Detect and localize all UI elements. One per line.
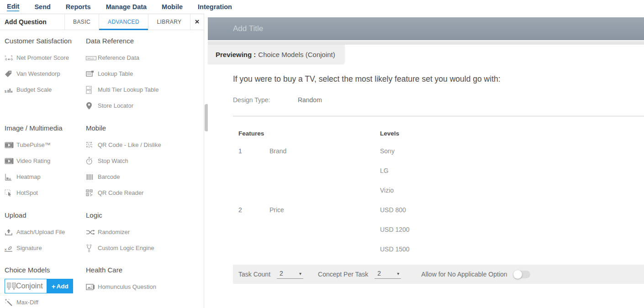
item-video-rating[interactable]: Video Rating bbox=[5, 153, 82, 169]
tab-library[interactable]: LIBRARY bbox=[148, 14, 190, 30]
close-icon[interactable]: × bbox=[190, 14, 204, 30]
toggle-knob bbox=[513, 270, 522, 279]
feature-name: Brand bbox=[269, 147, 380, 155]
item-max-diff[interactable]: Max-Diff bbox=[5, 294, 82, 308]
multi-tier-lookup-icon bbox=[86, 86, 98, 94]
panel-header: Add Question BASIC ADVANCED LIBRARY × bbox=[0, 14, 204, 30]
feature-number: 2 bbox=[233, 206, 269, 214]
item-attach-upload-file[interactable]: Attach/Upload File bbox=[5, 224, 82, 240]
no-applicable-option-label: Allow for No Applicable Option bbox=[421, 271, 507, 278]
item-label: Max-Diff bbox=[16, 299, 38, 306]
level-value: Vizio bbox=[380, 187, 644, 206]
reference-data-icon: 94122 bbox=[86, 55, 98, 61]
nav-send[interactable]: Send bbox=[34, 3, 50, 10]
video-film-icon bbox=[5, 158, 16, 164]
concept-per-task-select[interactable]: 2 ▾ bbox=[375, 270, 401, 279]
section-image-multimedia: Image / Multimedia TubePulse™ Video Rati… bbox=[5, 124, 82, 201]
svg-text:5: 5 bbox=[11, 55, 13, 57]
item-label: Store Locator bbox=[98, 102, 133, 109]
shuffle-icon bbox=[86, 229, 98, 235]
video-film-icon bbox=[5, 142, 16, 148]
item-barcode[interactable]: Barcode bbox=[86, 169, 200, 185]
table-row: 2 Price USD 800 USD 1200 USD 1500 bbox=[233, 206, 644, 265]
panel-title: Add Question bbox=[0, 14, 64, 30]
item-tubepulse[interactable]: TubePulse™ bbox=[5, 137, 82, 153]
item-hotspot[interactable]: HotSpot bbox=[5, 185, 82, 201]
features-levels-table: Features Levels 1 Brand Sony LG Vizio 2 … bbox=[233, 130, 644, 265]
item-label: Van Westendorp bbox=[16, 70, 60, 77]
feature-number: 1 bbox=[233, 147, 269, 155]
titlebar-divider bbox=[208, 41, 644, 45]
section-health-care: Health Care Homunculus Question bbox=[86, 266, 200, 295]
lookup-table-icon bbox=[86, 70, 98, 78]
item-label: Randomizer bbox=[98, 229, 130, 235]
item-label: Barcode bbox=[98, 173, 120, 180]
price-tag-icon bbox=[5, 70, 16, 78]
section-title: Upload bbox=[5, 211, 82, 220]
nav-mobile[interactable]: Mobile bbox=[162, 3, 183, 10]
level-value: LG bbox=[380, 167, 644, 187]
svg-text:94122: 94122 bbox=[87, 57, 94, 59]
item-qr-code-like-dislike[interactable]: QR Code - Like / Dislike bbox=[86, 137, 200, 153]
item-store-locator[interactable]: Store Locator bbox=[86, 98, 200, 114]
section-choice-models: Choice Models Conjoint + Add bbox=[5, 266, 82, 308]
item-heatmap[interactable]: Heatmap bbox=[5, 169, 82, 185]
item-label: Reference Data bbox=[98, 54, 139, 61]
separator-line bbox=[233, 116, 644, 116]
add-conjoint-button[interactable]: + Add bbox=[47, 279, 73, 293]
item-label: Multi Tier Lookup Table bbox=[98, 86, 158, 93]
question-preview-area: Add Title Previewing : Choice Models (Co… bbox=[208, 14, 644, 308]
item-label: QR Code - Like / Dislike bbox=[98, 141, 161, 148]
chevron-down-icon: ▾ bbox=[299, 271, 301, 276]
section-upload: Upload Attach/Upload File x Signature bbox=[5, 211, 82, 256]
item-conjoint[interactable]: Conjoint bbox=[5, 279, 47, 293]
item-label: QR Code Reader bbox=[98, 189, 143, 196]
survey-builder-window: Edit Send Reports Manage Data Mobile Int… bbox=[0, 0, 644, 308]
plus-icon: + bbox=[52, 282, 56, 290]
item-net-promoter-score[interactable]: 15 Net Promoter Score bbox=[5, 50, 82, 66]
item-stop-watch[interactable]: Stop Watch bbox=[86, 153, 200, 169]
previewing-label: Previewing : bbox=[216, 51, 256, 58]
item-lookup-table[interactable]: Lookup Table bbox=[86, 66, 200, 82]
section-title: Choice Models bbox=[5, 266, 82, 275]
item-reference-data[interactable]: 94122 Reference Data bbox=[86, 50, 200, 66]
stopwatch-icon bbox=[86, 157, 98, 165]
item-label: TubePulse™ bbox=[16, 141, 51, 148]
tab-advanced[interactable]: ADVANCED bbox=[99, 14, 148, 30]
section-customer-satisfaction: Customer Satisfaction 15 Net Promoter Sc… bbox=[5, 37, 82, 98]
add-button-label: Add bbox=[56, 283, 68, 290]
item-label: Net Promoter Score bbox=[16, 54, 69, 61]
item-qr-code-reader[interactable]: QR Code Reader bbox=[86, 185, 200, 201]
item-label: Custom Logic Engine bbox=[98, 245, 154, 251]
nav-reports[interactable]: Reports bbox=[66, 3, 91, 10]
hotspot-cursor-icon bbox=[5, 189, 16, 197]
no-applicable-option-toggle[interactable] bbox=[514, 271, 530, 278]
previewing-badge: Previewing : Choice Models (Conjoint) bbox=[208, 45, 345, 64]
upload-icon bbox=[5, 229, 16, 236]
item-label: Stop Watch bbox=[98, 157, 128, 164]
item-budget-scale[interactable]: $ Budget Scale bbox=[5, 82, 82, 98]
item-label: Conjoint bbox=[16, 282, 43, 290]
item-label: Homunculus Question bbox=[98, 283, 156, 290]
item-homunculus-question[interactable]: Homunculus Question bbox=[86, 279, 200, 295]
nav-edit[interactable]: Edit bbox=[7, 3, 19, 11]
chevron-down-icon: ▾ bbox=[397, 271, 399, 276]
task-count-select[interactable]: 2 ▾ bbox=[277, 270, 303, 279]
qr-reader-icon bbox=[86, 189, 98, 197]
table-header: Features Levels bbox=[233, 130, 644, 137]
question-text: If you were to buy a TV, select the most… bbox=[233, 74, 635, 84]
add-title-input[interactable]: Add Title bbox=[208, 17, 644, 40]
item-randomizer[interactable]: Randomizer bbox=[86, 224, 200, 240]
item-label: Lookup Table bbox=[98, 70, 133, 77]
design-type-value: Random bbox=[298, 96, 322, 104]
item-signature[interactable]: x Signature bbox=[5, 240, 82, 256]
features-header: Features bbox=[233, 130, 380, 137]
item-custom-logic-engine[interactable]: Custom Logic Engine bbox=[86, 240, 200, 256]
item-van-westendorp[interactable]: Van Westendorp bbox=[5, 66, 82, 82]
section-data-reference: Data Reference 94122 Reference Data Look… bbox=[86, 37, 200, 114]
item-multi-tier-lookup-table[interactable]: Multi Tier Lookup Table bbox=[86, 82, 200, 98]
nav-manage-data[interactable]: Manage Data bbox=[106, 3, 147, 10]
tab-basic[interactable]: BASIC bbox=[64, 14, 99, 30]
map-pin-icon bbox=[86, 102, 98, 110]
nav-integration[interactable]: Integration bbox=[198, 3, 232, 10]
